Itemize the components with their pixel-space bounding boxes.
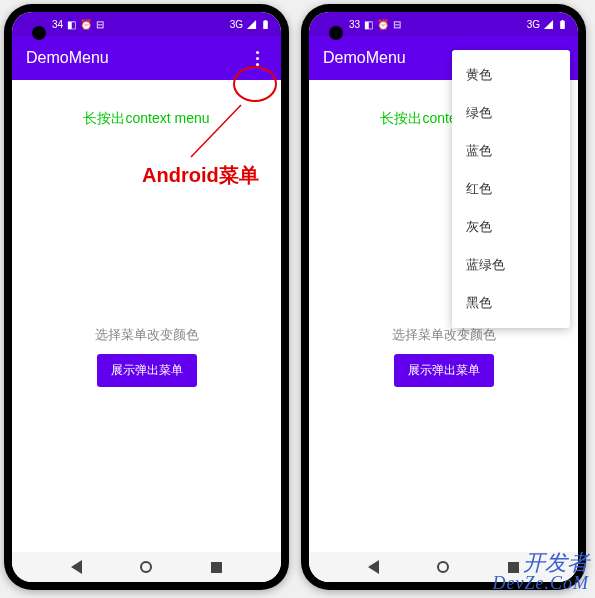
more-vert-icon — [256, 51, 259, 66]
menu-item-teal[interactable]: 蓝绿色 — [452, 246, 570, 284]
app-title: DemoMenu — [323, 49, 406, 67]
home-icon — [437, 561, 449, 573]
menu-item-black[interactable]: 黑色 — [452, 284, 570, 322]
select-hint-label: 选择菜单改变颜色 — [392, 326, 496, 344]
nav-back-button[interactable] — [70, 560, 84, 574]
menu-item-blue[interactable]: 蓝色 — [452, 132, 570, 170]
phone-right: 33 ◧ ⏰ ⊟ 3G DemoMenu — [301, 4, 586, 590]
camera-hole — [329, 26, 343, 40]
network-label: 3G — [230, 19, 243, 30]
nav-recent-button[interactable] — [209, 560, 223, 574]
camera-hole — [32, 26, 46, 40]
show-popup-button[interactable]: 展示弹出菜单 — [97, 354, 197, 387]
nav-home-button[interactable] — [436, 560, 450, 574]
status-icon: ◧ — [364, 19, 373, 30]
menu-item-yellow[interactable]: 黄色 — [452, 56, 570, 94]
status-icon: ⊟ — [96, 19, 104, 30]
app-title: DemoMenu — [26, 49, 109, 67]
annotation-arrow — [181, 97, 251, 167]
svg-line-0 — [191, 105, 241, 157]
watermark: 开发者 DevZe.CoM — [493, 552, 589, 592]
signal-icon — [246, 19, 257, 30]
status-icon: ⏰ — [80, 19, 92, 30]
signal-icon — [543, 19, 554, 30]
annotation-circle — [233, 66, 277, 102]
back-icon — [368, 560, 379, 574]
status-bar: 34 ◧ ⏰ ⊟ 3G — [12, 12, 281, 36]
watermark-url: DevZe.CoM — [493, 574, 589, 592]
recent-icon — [211, 562, 222, 573]
watermark-cn: 开发者 — [493, 552, 589, 574]
menu-item-green[interactable]: 绿色 — [452, 94, 570, 132]
menu-item-gray[interactable]: 灰色 — [452, 208, 570, 246]
options-menu: 黄色 绿色 蓝色 红色 灰色 蓝绿色 黑色 — [452, 50, 570, 328]
status-icon: ⏰ — [377, 19, 389, 30]
annotation-label: Android菜单 — [142, 162, 259, 189]
screen-right: 33 ◧ ⏰ ⊟ 3G DemoMenu — [309, 12, 578, 582]
status-icon: ◧ — [67, 19, 76, 30]
screen-left: 34 ◧ ⏰ ⊟ 3G DemoMenu — [12, 12, 281, 582]
status-bar: 33 ◧ ⏰ ⊟ 3G — [309, 12, 578, 36]
network-label: 3G — [527, 19, 540, 30]
back-icon — [71, 560, 82, 574]
home-icon — [140, 561, 152, 573]
nav-home-button[interactable] — [139, 560, 153, 574]
nav-back-button[interactable] — [367, 560, 381, 574]
phone-left: 34 ◧ ⏰ ⊟ 3G DemoMenu — [4, 4, 289, 590]
select-hint-label: 选择菜单改变颜色 — [95, 326, 199, 344]
status-time: 34 — [52, 19, 63, 30]
menu-item-red[interactable]: 红色 — [452, 170, 570, 208]
show-popup-button[interactable]: 展示弹出菜单 — [394, 354, 494, 387]
battery-icon — [557, 19, 568, 30]
status-icon: ⊟ — [393, 19, 401, 30]
navigation-bar — [12, 552, 281, 582]
battery-icon — [260, 19, 271, 30]
status-time: 33 — [349, 19, 360, 30]
